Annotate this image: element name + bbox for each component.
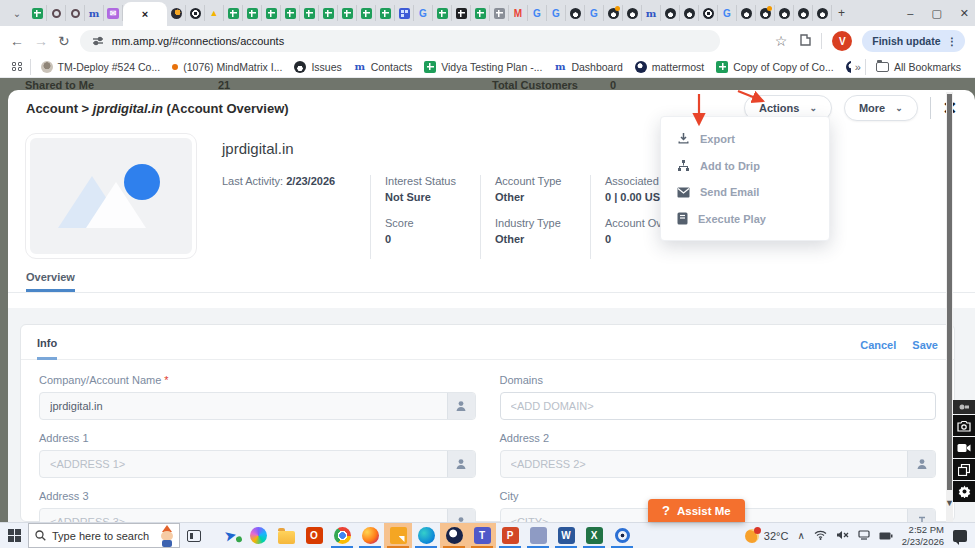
all-bookmarks-button[interactable]: All Bookmarks [870,61,967,73]
bookmark-star-icon[interactable]: ☆ [775,33,788,49]
sheets-tab[interactable] [338,5,357,21]
bookmark-item[interactable]: TM-Deploy #524 Co... [35,61,167,73]
sheets-tab[interactable] [319,5,338,21]
bookmark-item[interactable]: Vidya Testing Plan -... [418,61,548,73]
company-name-input[interactable] [40,393,447,419]
scrollbar-thumb[interactable] [947,94,952,490]
word-taskbar-button[interactable]: W [552,523,580,548]
target-tab[interactable] [699,5,718,21]
apps-grid-icon[interactable] [8,62,26,72]
sheets-tab[interactable] [281,5,300,21]
github-tab[interactable] [813,5,832,21]
video-camera-icon[interactable] [953,437,975,458]
taskbar-search-box[interactable]: Type here to search [28,523,180,548]
plus-tab[interactable]: + [832,5,851,21]
back-button[interactable]: ← [10,33,24,49]
chrome-taskbar-button[interactable] [328,523,356,548]
ring-tab[interactable] [66,5,85,21]
black-grid-tab[interactable] [452,5,471,21]
save-button[interactable]: Save [912,339,938,351]
notifications-icon[interactable] [953,530,967,542]
copy-icon[interactable] [953,459,975,480]
close-button[interactable]: ✕ [960,7,969,20]
bookmark-item[interactable]: Issues [288,61,347,73]
loop-taskbar-button[interactable] [608,523,636,548]
url-text[interactable]: mm.amp.vg/#connections/accounts [112,35,284,47]
tray-pc-icon[interactable] [858,530,870,542]
github-tab[interactable] [794,5,813,21]
more-button[interactable]: More ⌄ [844,95,918,121]
finish-update-button[interactable]: Finish update ⋮ [862,30,965,52]
settings-icon[interactable] [953,481,975,502]
github-dot-tab[interactable] [604,5,623,21]
cancel-button[interactable]: Cancel [860,339,896,351]
bookmark-item[interactable]: Mattermost final [840,61,851,73]
url-bar[interactable]: mm.amp.vg/#connections/accounts [80,30,720,52]
menu-item-send-email[interactable]: Send Email [661,179,829,205]
address2-input[interactable] [501,451,908,477]
active-tab[interactable]: × [123,2,167,26]
github-tab[interactable] [775,5,794,21]
mail-tab[interactable]: ✉ [104,5,123,21]
firefox-taskbar-button[interactable] [356,523,384,548]
volume-muted-icon[interactable] [836,530,849,542]
address1-input[interactable] [40,451,447,477]
browser-menu-dots-icon[interactable]: ⋮ [947,35,958,47]
sheets-tab[interactable] [357,5,376,21]
sheets-tab[interactable] [28,5,47,21]
google-tab[interactable]: G [547,5,566,21]
refresh-button[interactable]: ↻ [58,33,70,49]
forward-button[interactable]: → [34,33,48,49]
sheets-tab[interactable] [262,5,281,21]
github-tab[interactable] [737,5,756,21]
bookmark-item[interactable]: mDashboard [548,61,628,73]
address3-input[interactable] [40,509,447,522]
weather-widget[interactable]: 32°C [745,529,789,543]
devapp-taskbar-button[interactable] [384,523,412,548]
bookmark-item[interactable]: mContacts [348,61,418,73]
clock-tab[interactable] [167,5,186,21]
copilot-taskbar-button[interactable] [244,523,272,548]
github-tab[interactable] [680,5,699,21]
start-button[interactable] [0,523,28,548]
google-tab[interactable]: G [718,5,737,21]
assist-me-button[interactable]: ? Assist Me [648,499,745,522]
sheets-tab[interactable] [300,5,319,21]
drive-tab[interactable]: ▲ [205,5,224,21]
sheets-tab[interactable] [471,5,490,21]
task-view-button[interactable] [180,523,208,548]
teams-taskbar-button[interactable]: T [468,523,496,548]
site-info-icon[interactable] [92,35,104,47]
mm-taskbar-button[interactable] [440,523,468,548]
google-tab[interactable]: G [414,5,433,21]
tab-overview[interactable]: Overview [26,271,75,292]
mattermost-m-tab[interactable]: m [85,5,104,21]
menu-item-add-to-drip[interactable]: Add to Drip [661,152,829,179]
battery-icon[interactable] [879,530,893,542]
reading-list-icon[interactable] [797,33,811,49]
tray-expand-chevron-icon[interactable]: ∧ [797,530,804,541]
profile-avatar[interactable]: V [832,31,852,51]
capture-logo-icon[interactable] [953,400,975,414]
edge-taskbar-button[interactable] [412,523,440,548]
mattermost-m-tab[interactable]: m [642,5,661,21]
maximize-button[interactable]: ▢ [931,7,941,20]
person-icon[interactable] [447,451,475,477]
menu-item-export[interactable]: Export [661,125,829,152]
minimize-button[interactable]: – [907,7,913,19]
github-tab[interactable] [623,5,642,21]
taskbar-clock[interactable]: 2:52 PM 2/23/2026 [902,524,944,548]
page-scrollbar[interactable]: ▼ [946,92,953,522]
info-tab[interactable]: Info [37,337,57,360]
sheets-tab[interactable] [376,5,395,21]
bookmark-item[interactable]: Copy of Copy of Co... [710,61,839,73]
camera-icon[interactable] [953,415,975,436]
bookmarks-overflow-chevron[interactable]: » [855,61,861,73]
sheets-tab[interactable] [243,5,262,21]
text-cursor-icon[interactable] [907,509,935,522]
target-tab[interactable] [186,5,205,21]
github-tab[interactable] [661,5,680,21]
person-icon[interactable] [907,451,935,477]
bookmark-item[interactable]: (1076) MindMatrix I... [166,61,288,73]
sheets-gray-tab[interactable] [490,5,509,21]
